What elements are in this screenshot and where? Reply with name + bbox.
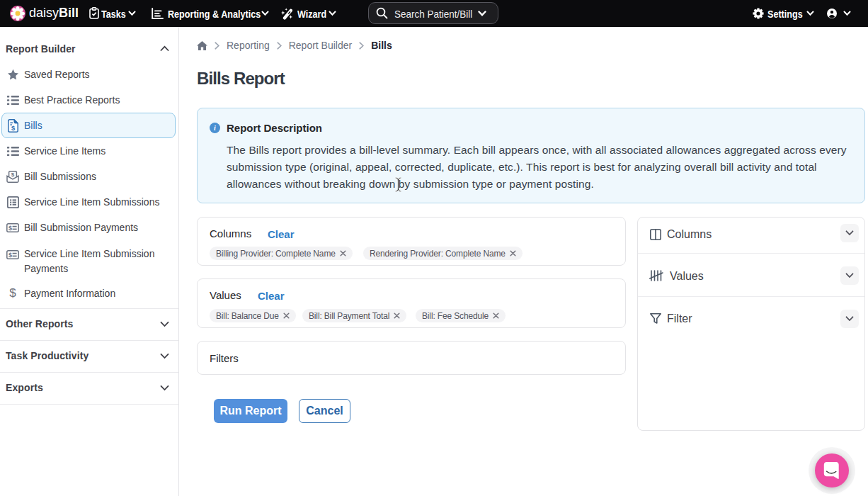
svg-text:i: i — [214, 124, 216, 132]
svg-text:$: $ — [8, 251, 12, 258]
svg-text:$: $ — [8, 224, 12, 231]
svg-text:$: $ — [11, 123, 15, 131]
svg-text:$: $ — [11, 171, 15, 177]
